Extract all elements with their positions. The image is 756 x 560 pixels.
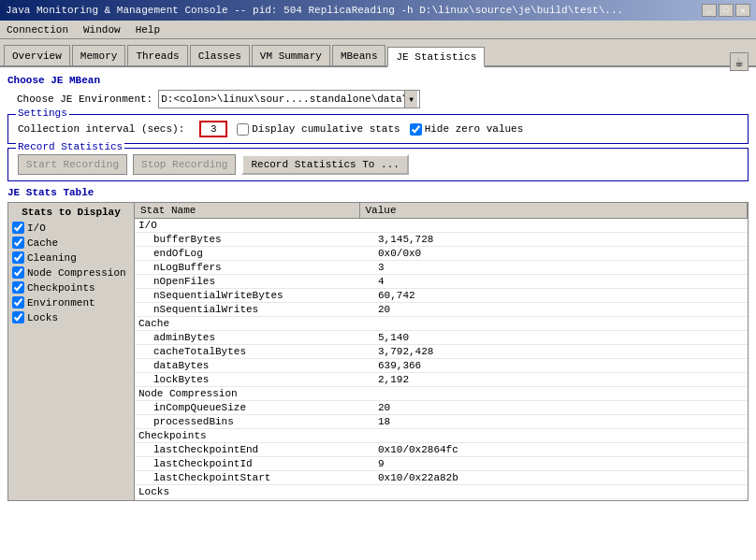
table-row: I/O [135, 219, 748, 233]
tab-mbeans[interactable]: MBeans [332, 45, 386, 65]
environment-combo[interactable]: D:<colon>\linux\sour....standalone\data\… [158, 90, 420, 108]
stat-name: lockBytes [135, 373, 359, 387]
category-name: Locks [135, 485, 748, 499]
hide-zero-checkbox[interactable] [410, 123, 422, 136]
category-name: I/O [135, 219, 748, 233]
stat-name: inCompQueueSize [135, 401, 359, 415]
record-legend: Record Statistics [16, 141, 124, 152]
stat-name: lastCheckpointStart [135, 471, 359, 485]
table-row: nOpenFiles4 [135, 275, 748, 289]
menu-help[interactable]: Help [133, 23, 163, 36]
stat-name: nOpenFiles [135, 275, 359, 289]
table-row: lockBytes2,192 [135, 373, 748, 387]
stat-value: 2,192 [359, 373, 748, 387]
stat-name: nSequentialWrites [135, 303, 359, 317]
checkbox-cache[interactable] [12, 237, 24, 249]
window-title: Java Monitoring & Management Console -- … [6, 5, 623, 16]
record-statistics-to-button[interactable]: Record Statistics To ... [241, 154, 408, 175]
stat-value: 639,366 [359, 359, 748, 373]
category-name: Cache [135, 317, 748, 331]
table-row: nSequentialWriteBytes60,742 [135, 289, 748, 303]
stat-value: 0x0/0x0 [359, 247, 748, 261]
table-row: dataBytes639,366 [135, 359, 748, 373]
monitor-icon: ☕ [730, 52, 749, 71]
tab-memory[interactable]: Memory [72, 45, 126, 65]
minimize-button[interactable]: _ [702, 4, 717, 17]
table-scroll[interactable]: Stat Name Value I/ObufferBytes3,145,728e… [135, 203, 748, 500]
close-button[interactable]: ✕ [735, 4, 750, 17]
settings-border: Settings Collection interval (secs): Dis… [7, 114, 749, 144]
title-bar: Java Monitoring & Management Console -- … [0, 0, 756, 21]
table-row: lastCheckpointStart0x10/0x22a82b [135, 471, 748, 485]
stat-name: dataBytes [135, 359, 359, 373]
table-row: nLogBuffers3 [135, 261, 748, 275]
tab-je-statistics[interactable]: JE Statistics [387, 47, 485, 67]
start-recording-button[interactable]: Start Recording [18, 154, 127, 175]
col-value: Value [359, 203, 748, 219]
checkbox-environment[interactable] [12, 296, 24, 309]
menu-window[interactable]: Window [80, 23, 124, 36]
table-row: cacheTotalBytes3,792,428 [135, 345, 748, 359]
table-row: Cache [135, 317, 748, 331]
tab-vm-summary[interactable]: VM Summary [252, 45, 330, 65]
table-row: Node Compression [135, 387, 748, 401]
combo-arrow-icon[interactable]: ▼ [404, 91, 417, 108]
stat-name: bufferBytes [135, 233, 359, 247]
table-row: processedBins18 [135, 415, 748, 429]
table-row: inCompQueueSize20 [135, 401, 748, 415]
record-statistics-panel: Record Statistics Start Recording Stop R… [7, 148, 749, 181]
tab-classes[interactable]: Classes [190, 45, 250, 65]
table-row: adminBytes5,140 [135, 331, 748, 345]
title-bar-buttons: _ □ ✕ [702, 4, 750, 17]
settings-legend: Settings [16, 108, 69, 119]
record-border: Record Statistics Start Recording Stop R… [7, 148, 749, 181]
stat-value: 20 [359, 401, 748, 415]
stat-value: 9 [359, 457, 748, 471]
check-checkpoints: Checkpoints [12, 281, 130, 294]
stats-container: Stats to Display I/O Cache Cleaning Node… [7, 202, 749, 501]
check-environment: Environment [12, 296, 130, 309]
hide-zero-label: Hide zero values [410, 123, 524, 136]
collection-interval-input[interactable] [199, 121, 227, 137]
tab-threads[interactable]: Threads [127, 45, 187, 65]
checkbox-locks[interactable] [12, 311, 24, 323]
category-name: Node Compression [135, 387, 748, 401]
stat-name: adminBytes [135, 331, 359, 345]
choose-env-label: Choose JE Environment: [17, 93, 153, 105]
stat-value: 3 [359, 261, 748, 275]
table-row: Locks [135, 485, 748, 499]
checkbox-io[interactable] [12, 222, 24, 234]
table-row: endOfLog0x0/0x0 [135, 247, 748, 261]
tab-overview[interactable]: Overview [4, 45, 70, 65]
stats-left-panel: Stats to Display I/O Cache Cleaning Node… [8, 203, 135, 500]
record-row: Start Recording Stop Recording Record St… [18, 154, 738, 175]
table-row: nSequentialWrites20 [135, 303, 748, 317]
col-stat-name: Stat Name [135, 203, 359, 219]
stat-value: 3,145,728 [359, 233, 748, 247]
stat-value: 3,792,428 [359, 345, 748, 359]
maximize-button[interactable]: □ [719, 4, 734, 17]
settings-row: Collection interval (secs): Display cumu… [18, 121, 738, 137]
stop-recording-button[interactable]: Stop Recording [133, 154, 236, 175]
table-row: lastCheckpointId9 [135, 457, 748, 471]
checkbox-node-compression[interactable] [12, 266, 24, 279]
table-row: bufferBytes3,145,728 [135, 233, 748, 247]
settings-panel: Settings Collection interval (secs): Dis… [7, 114, 749, 144]
stats-table: Stat Name Value I/ObufferBytes3,145,728e… [135, 203, 748, 499]
menu-connection[interactable]: Connection [4, 23, 71, 36]
stats-left-header: Stats to Display [12, 207, 130, 218]
display-cumulative-checkbox[interactable] [237, 123, 249, 136]
menu-bar: Connection Window Help [0, 21, 756, 39]
checkbox-cleaning[interactable] [12, 251, 24, 264]
stats-table-title: JE Stats Table [7, 187, 749, 198]
stat-value: 0x10/0x22a82b [359, 471, 748, 485]
environment-value: D:<colon>\linux\sour....standalone\data\… [161, 93, 404, 105]
stat-name: nSequentialWriteBytes [135, 289, 359, 303]
stat-value: 0x10/0x2864fc [359, 443, 748, 457]
checkbox-checkpoints[interactable] [12, 281, 24, 294]
table-row: Checkpoints [135, 429, 748, 443]
stat-value: 18 [359, 415, 748, 429]
table-row: lastCheckpointEnd0x10/0x2864fc [135, 443, 748, 457]
tab-bar: Overview Memory Threads Classes VM Summa… [0, 39, 756, 67]
choose-env-row: Choose JE Environment: D:<colon>\linux\s… [17, 90, 749, 108]
